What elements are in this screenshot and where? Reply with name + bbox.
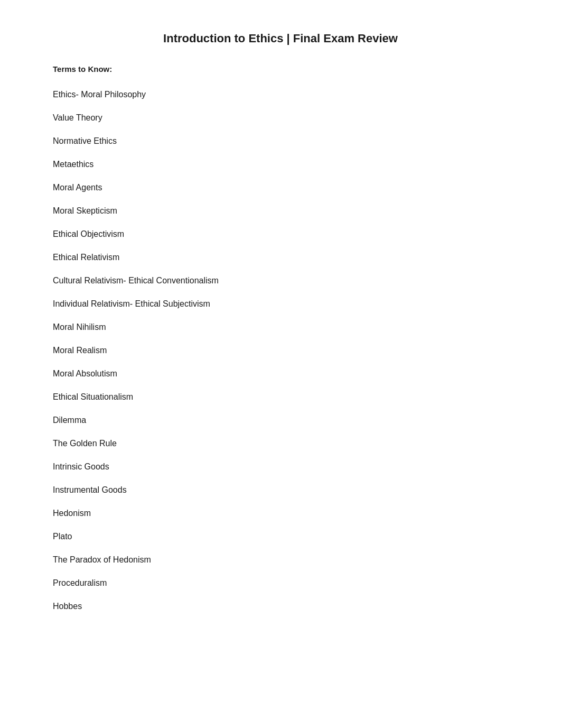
list-item: Cultural Relativism- Ethical Conventiona… [53, 269, 508, 292]
list-item: Value Theory [53, 106, 508, 130]
page-title: Introduction to Ethics | Final Exam Revi… [53, 32, 508, 45]
list-item: Moral Absolutism [53, 362, 508, 385]
terms-list: Ethics- Moral PhilosophyValue TheoryNorm… [53, 83, 508, 618]
list-item: Individual Relativism- Ethical Subjectiv… [53, 292, 508, 316]
list-item: Ethical Objectivism [53, 223, 508, 246]
list-item: Hobbes [53, 595, 508, 618]
list-item: Plato [53, 525, 508, 548]
list-item: Moral Skepticism [53, 199, 508, 223]
list-item: Normative Ethics [53, 130, 508, 153]
list-item: Dilemma [53, 409, 508, 432]
list-item: Ethics- Moral Philosophy [53, 83, 508, 106]
list-item: The Golden Rule [53, 432, 508, 455]
list-item: Ethical Relativism [53, 246, 508, 269]
list-item: Metaethics [53, 153, 508, 176]
list-item: Proceduralism [53, 572, 508, 595]
list-item: Moral Nihilism [53, 316, 508, 339]
list-item: Moral Agents [53, 176, 508, 199]
list-item: Instrumental Goods [53, 478, 508, 502]
list-item: Ethical Situationalism [53, 385, 508, 409]
list-item: Intrinsic Goods [53, 455, 508, 478]
list-item: Hedonism [53, 502, 508, 525]
section-label: Terms to Know: [53, 64, 508, 73]
list-item: Moral Realism [53, 339, 508, 362]
list-item: The Paradox of Hedonism [53, 548, 508, 572]
